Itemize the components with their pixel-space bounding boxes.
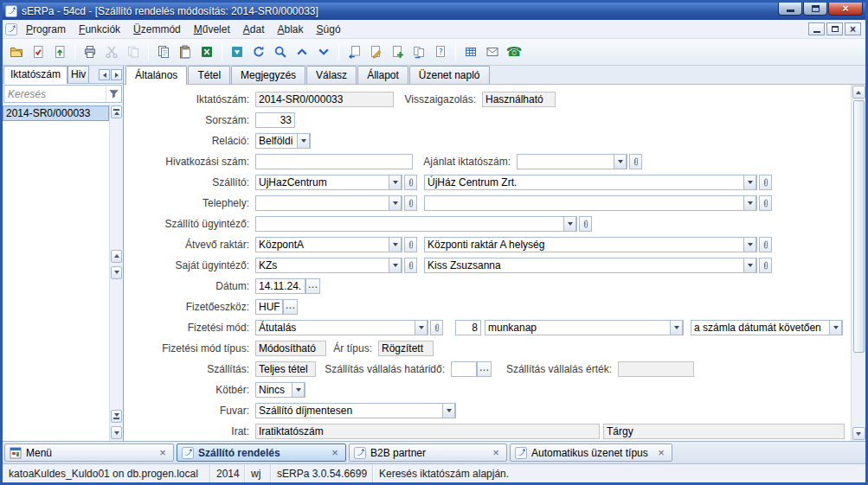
fuvar-combo[interactable]: Szállító díjmentesen xyxy=(255,403,456,418)
attachment-button[interactable] xyxy=(579,216,592,232)
combo-dropdown-button[interactable] xyxy=(389,175,402,190)
combo-dropdown-button[interactable] xyxy=(743,237,756,252)
filter-button[interactable] xyxy=(227,41,248,62)
close-tab-icon[interactable] xyxy=(157,447,169,459)
relacio-combo[interactable]: Belföldi xyxy=(255,133,311,149)
datum-input[interactable] xyxy=(255,278,305,294)
currency-picker-button[interactable] xyxy=(283,299,298,315)
tab-uzenet-naplo[interactable]: Üzenet napló xyxy=(409,66,490,84)
print-button[interactable] xyxy=(80,41,100,62)
maximize-button[interactable] xyxy=(803,3,827,16)
copy-document-button[interactable] xyxy=(153,41,174,62)
close-tab-icon[interactable] xyxy=(329,447,341,459)
telephely-name-combo[interactable] xyxy=(424,195,757,211)
attachment-button[interactable] xyxy=(759,258,772,273)
doc-backward-button[interactable] xyxy=(344,41,364,62)
irat-targy-field[interactable]: Tárgy xyxy=(603,424,845,439)
scrollbar-thumb[interactable] xyxy=(853,100,865,353)
mdi-child-icon[interactable] xyxy=(5,23,17,35)
menu-funkciok[interactable]: Funkciók xyxy=(73,21,126,38)
copy-button[interactable] xyxy=(123,41,144,62)
tab-scroll-left-button[interactable] xyxy=(99,69,110,80)
attachment-button[interactable] xyxy=(759,237,772,252)
combo-dropdown-button[interactable] xyxy=(389,258,402,273)
scroll-to-bottom-button[interactable] xyxy=(111,410,122,423)
tab-altalanos[interactable]: Általános xyxy=(125,66,187,85)
scroll-up-button[interactable] xyxy=(852,86,865,99)
table-view-button[interactable] xyxy=(460,41,481,62)
kotber-combo[interactable]: Nincs xyxy=(255,382,305,398)
combo-dropdown-button[interactable] xyxy=(614,154,627,169)
list-item[interactable]: 2014-SR0/000033 xyxy=(3,105,109,121)
combo-dropdown-button[interactable] xyxy=(389,237,402,252)
menu-muvelet[interactable]: Művelet xyxy=(188,21,236,38)
menu-uzemmod[interactable]: Üzemmód xyxy=(127,21,187,38)
mdi-restore-button[interactable] xyxy=(826,22,843,35)
fizetesi-hatarido-napok-input[interactable] xyxy=(455,320,481,335)
hatarido-alap-combo[interactable]: a számla dátumát követően xyxy=(691,320,843,335)
scroll-to-top-button[interactable] xyxy=(111,105,122,118)
attachment-button[interactable] xyxy=(629,154,642,169)
combo-dropdown-button[interactable] xyxy=(389,195,402,211)
close-tab-icon[interactable] xyxy=(655,447,667,459)
modify-button[interactable] xyxy=(28,41,48,62)
combo-dropdown-button[interactable] xyxy=(743,175,756,190)
tab-megjegyzes[interactable]: Megjegyzés xyxy=(231,66,305,84)
menu-adat[interactable]: Adat xyxy=(237,21,271,38)
attachment-button[interactable] xyxy=(759,175,772,190)
combo-dropdown-button[interactable] xyxy=(415,320,428,335)
search-filter-button[interactable] xyxy=(106,86,121,102)
attachment-button[interactable] xyxy=(759,195,772,211)
cut-button[interactable] xyxy=(101,41,122,62)
date-picker-button[interactable] xyxy=(305,278,320,294)
combo-dropdown-button[interactable] xyxy=(292,382,305,398)
scroll-down-button[interactable] xyxy=(111,266,122,279)
attachment-button[interactable] xyxy=(404,258,417,273)
doc-insert-button[interactable] xyxy=(387,41,408,62)
window-tab-szallito-rendeles[interactable]: Szállító rendelés xyxy=(177,444,346,462)
menu-program[interactable]: Program xyxy=(20,21,72,38)
telephely-code-combo[interactable] xyxy=(255,195,402,211)
refresh-button[interactable] xyxy=(248,41,269,62)
atvevo-raktar-code-combo[interactable]: KözpontA xyxy=(255,237,402,252)
ajanlat-iktatoszam-combo[interactable] xyxy=(517,154,627,169)
menu-ablak[interactable]: Ablak xyxy=(271,21,309,38)
tab-hivatkozasi[interactable]: Hiv xyxy=(68,66,89,83)
combo-dropdown-button[interactable] xyxy=(670,320,683,335)
date-picker-button[interactable] xyxy=(477,361,492,377)
combo-dropdown-button[interactable] xyxy=(743,195,756,211)
combo-dropdown-button[interactable] xyxy=(297,133,310,149)
window-tab-b2b-partner[interactable]: B2B partner xyxy=(349,444,507,462)
window-tab-menu[interactable]: Menü xyxy=(4,444,174,462)
attachment-button[interactable] xyxy=(404,237,417,252)
close-button[interactable] xyxy=(828,3,863,16)
doc-copy-button[interactable] xyxy=(408,41,429,62)
scroll-up-button[interactable] xyxy=(111,250,122,263)
attachment-button[interactable] xyxy=(430,320,443,335)
close-tab-icon[interactable] xyxy=(490,447,502,459)
tab-iktatoszam[interactable]: Iktatószám xyxy=(3,66,68,84)
search-input[interactable] xyxy=(4,86,106,102)
szallito-ugyintezo-combo[interactable] xyxy=(255,216,577,232)
tab-scroll-right-button[interactable] xyxy=(111,69,122,80)
excel-export-button[interactable] xyxy=(196,41,217,62)
mail-button[interactable] xyxy=(482,41,503,62)
hatarido-egyseg-combo[interactable]: munkanap xyxy=(485,320,684,335)
title-bar[interactable]: sERPa - 54cd - [Szállító rendelés módosí… xyxy=(3,3,865,20)
zoom-button[interactable] xyxy=(270,41,291,62)
window-tab-automatikus-uzenet[interactable]: Automatikus üzenet típus xyxy=(510,444,672,462)
doc-help-button[interactable]: ? xyxy=(430,41,451,62)
open-button[interactable] xyxy=(6,41,27,62)
combo-dropdown-button[interactable] xyxy=(743,258,756,273)
scroll-down-button[interactable] xyxy=(852,427,865,440)
doc-edit-button[interactable] xyxy=(365,41,386,62)
export-button[interactable] xyxy=(49,41,70,62)
sorszam-input[interactable] xyxy=(255,112,295,128)
paste-document-button[interactable] xyxy=(175,41,196,62)
attachment-button[interactable] xyxy=(404,195,417,211)
scroll-down-button-2[interactable] xyxy=(111,426,122,439)
list-scrollbar[interactable] xyxy=(109,104,123,441)
mdi-close-button[interactable] xyxy=(845,22,861,35)
previous-button[interactable] xyxy=(292,41,312,62)
atvevo-raktar-name-combo[interactable]: Központi raktár A helység xyxy=(424,237,757,252)
